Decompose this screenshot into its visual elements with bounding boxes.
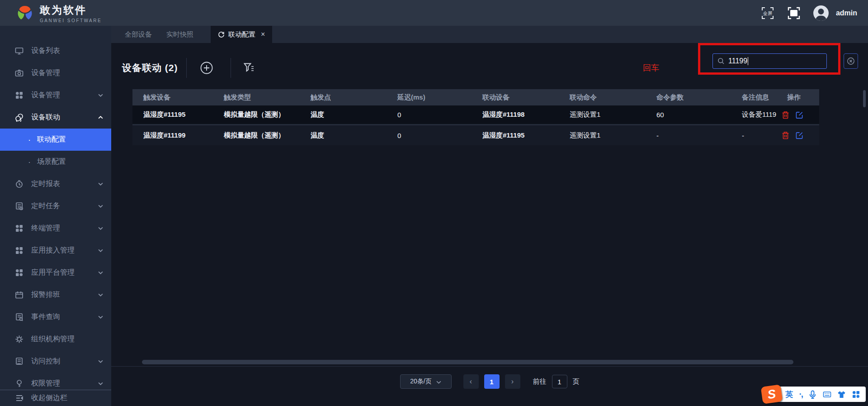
goto-page-input[interactable]: 1 [552,375,567,388]
cell-param: 60 [646,105,731,124]
vertical-scrollbar-thumb[interactable] [863,90,866,107]
delete-icon[interactable] [782,131,789,139]
sidebar-item-label: 定时任务 [31,201,98,211]
goto-label: 前往 [533,377,547,386]
table-row[interactable]: 温湿度#11199 模拟量越限（遥测） 温度 0 温湿度#11195 遥测设置1… [132,125,819,145]
chevron-down-icon [98,382,103,385]
prev-page-button[interactable]: ‹ [463,374,479,389]
fullscreen-text-icon[interactable]: 全屏 [761,6,774,20]
sidebar-item-scheduled-report[interactable]: 定时报表 [0,173,111,195]
ime-punctuation-toggle[interactable]: ·, [799,389,802,399]
sidebar-item-scheduled-task[interactable]: 定时任务 [0,195,111,217]
brand-logo-icon [15,4,34,22]
skin-shirt-icon[interactable] [837,390,846,399]
chevron-down-icon [98,227,103,230]
search-value: 11199 [728,57,747,65]
tab-realtime-snapshot[interactable]: 实时快照 [159,26,201,43]
calendar-icon [15,291,24,299]
gear-icon [15,335,24,344]
grid-icon [15,268,24,277]
column-header: 联动命令 [559,89,646,105]
sidebar-item-label: 设备管理 [31,68,103,78]
sidebar-item-access-control[interactable]: 访问控制 [0,350,111,373]
sidebar-item-app-platform-mgmt[interactable]: 应用平台管理 [0,262,111,284]
chevron-down-icon [436,381,441,384]
svg-text:全屏: 全屏 [763,11,772,16]
cell-linked-device: 温湿度#11195 [472,125,559,145]
text-cursor [748,57,748,65]
chevron-down-icon [98,205,103,208]
keyboard-icon[interactable] [823,390,831,399]
table-header-row: 触发设备 触发类型 触发点 延迟(ms) 联动设备 联动命令 命令参数 备注信息… [132,89,819,105]
sidebar-item-event-query[interactable]: 事件查询 [0,306,111,328]
column-header: 延迟(ms) [387,89,472,105]
next-page-button[interactable]: › [505,374,520,389]
task-doc-icon [15,202,24,210]
pagination: 20条/页 ‹ 1 › 前往 1 页 [111,373,868,391]
grid-icon [15,224,24,233]
page-unit-label: 页 [573,377,580,386]
horizontal-scrollbar-thumb[interactable] [142,360,793,364]
main-content: 全部设备 实时快照 联动配置 × 设备联动 (2) 回车 [111,26,868,406]
sidebar-item-label: 访问控制 [31,357,98,366]
tab-all-devices[interactable]: 全部设备 [118,26,159,43]
ime-language-toggle[interactable]: 英 [785,389,793,400]
edit-icon[interactable] [796,131,803,139]
current-page-button[interactable]: 1 [484,374,500,389]
column-header: 联动设备 [472,89,559,105]
sidebar-item-label: 场景配置 [37,157,103,167]
toolbar-divider [186,58,187,78]
page-size-value: 20条/页 [410,377,431,386]
fullscreen-frame-icon[interactable] [787,6,801,20]
toolbar-divider [231,58,231,78]
sidebar-subitem-scene-config[interactable]: · 场景配置 [0,151,111,173]
sidebar-item-device-list[interactable]: 设备列表 [0,40,111,62]
cell-trigger-type: 模拟量越限（遥测） [213,125,300,145]
tab-linkage-config[interactable]: 联动配置 × [211,26,272,43]
sidebar-nav: 设备列表 设备管理 设备管理 设备联动 · 联动配置 · 场景配置 定时报表 [0,26,111,406]
cell-param: - [646,125,731,145]
edit-icon[interactable] [796,111,803,119]
timer-icon [15,180,24,188]
sidebar-item-app-access-mgmt[interactable]: 应用接入管理 [0,239,111,262]
sidebar-subitem-linkage-config[interactable]: · 联动配置 [0,129,111,151]
delete-icon[interactable] [782,111,789,119]
toolbox-grid-icon[interactable] [852,390,860,399]
cell-trigger-point: 温度 [300,125,387,145]
sidebar-item-device-mgmt[interactable]: 设备管理 [0,84,111,106]
tab-label: 实时快照 [166,30,193,39]
chevron-down-icon [98,315,103,319]
column-header: 触发类型 [213,89,300,105]
sidebar-item-snapshot[interactable]: 设备管理 [0,62,111,84]
cell-linked-device: 温湿度#11198 [472,105,559,124]
column-header: 触发点 [300,89,387,105]
cell-delay: 0 [387,125,472,145]
page-title: 设备联动 (2) [122,62,178,74]
cell-remark: 设备爱11195的 [731,105,776,124]
cell-trigger-point: 温度 [300,105,387,124]
clear-search-button[interactable] [844,53,858,69]
page-size-select[interactable]: 20条/页 [400,374,452,389]
username-label[interactable]: admin [836,9,857,17]
search-input[interactable]: 11199 [712,53,827,69]
sidebar-item-label: 收起侧边栏 [31,393,67,403]
column-header: 备注信息 [731,89,776,105]
tab-close-icon[interactable]: × [261,30,265,38]
filter-icon[interactable] [244,63,255,73]
refresh-icon[interactable] [218,31,225,38]
camera-icon [15,69,24,77]
brand-logo: 敢为软件 GANWEI SOFTWARE [15,3,102,23]
table-row[interactable]: 温湿度#11195 模拟量越限（遥测） 温度 0 温湿度#11198 遥测设置1… [132,105,819,125]
add-linkage-button[interactable] [200,61,213,75]
linkage-icon [15,113,24,122]
sidebar-item-alarm-schedule[interactable]: 报警排班 [0,284,111,306]
sogou-logo[interactable]: S [761,384,783,404]
sidebar-item-label: 报警排班 [31,290,98,300]
tab-label: 联动配置 [228,30,255,39]
sidebar-item-terminal-mgmt[interactable]: 终端管理 [0,217,111,239]
microphone-icon[interactable] [808,390,817,399]
sidebar-item-device-linkage[interactable]: 设备联动 [0,106,111,129]
sidebar-item-org-mgmt[interactable]: 组织机构管理 [0,328,111,350]
user-avatar[interactable] [813,5,829,21]
sidebar-collapse-button[interactable]: 收起侧边栏 [0,390,111,406]
